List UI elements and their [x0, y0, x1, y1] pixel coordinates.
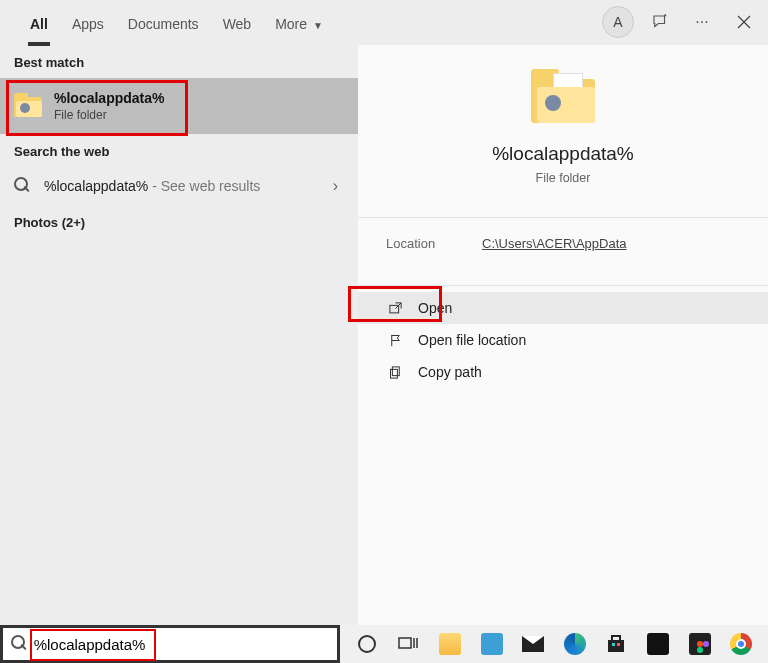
svg-rect-13 — [617, 643, 620, 646]
location-label: Location — [386, 236, 482, 251]
folder-icon-large — [531, 69, 595, 125]
search-input[interactable] — [34, 636, 331, 653]
chevron-right-icon: › — [333, 177, 344, 195]
tab-apps[interactable]: Apps — [60, 4, 116, 42]
store-icon[interactable] — [603, 631, 629, 657]
file-explorer-icon[interactable] — [437, 631, 463, 657]
best-match-result[interactable]: %localappdata% File folder — [0, 78, 358, 134]
tab-bar: All Apps Documents Web More ▼ A ··· — [0, 0, 768, 45]
open-icon — [386, 301, 404, 316]
tab-all[interactable]: All — [18, 4, 60, 42]
more-options-icon[interactable]: ··· — [686, 6, 718, 38]
chevron-down-icon: ▼ — [313, 20, 323, 31]
tab-more[interactable]: More ▼ — [263, 4, 335, 42]
chrome-icon[interactable] — [728, 631, 754, 657]
preview-subtitle: File folder — [368, 171, 758, 185]
close-icon[interactable] — [728, 6, 760, 38]
action-copy-path[interactable]: Copy path — [358, 356, 768, 388]
best-match-subtitle: File folder — [54, 108, 164, 122]
folder-icon — [14, 93, 42, 119]
action-copy-path-label: Copy path — [418, 364, 482, 380]
action-open-location[interactable]: Open file location — [358, 324, 768, 356]
action-open-location-label: Open file location — [418, 332, 526, 348]
search-bar[interactable] — [0, 625, 340, 663]
feedback-icon[interactable] — [644, 6, 676, 38]
svg-rect-5 — [390, 369, 397, 378]
edge-icon[interactable] — [562, 631, 588, 657]
taskbar — [340, 625, 768, 663]
photos-heading[interactable]: Photos (2+) — [0, 205, 358, 238]
search-web-heading: Search the web — [0, 134, 358, 167]
app-icon-dark[interactable] — [645, 631, 671, 657]
best-match-title: %localappdata% — [54, 90, 164, 106]
action-open[interactable]: Open — [358, 292, 768, 324]
mail-icon[interactable] — [520, 631, 546, 657]
svg-rect-4 — [392, 366, 399, 375]
svg-rect-11 — [612, 636, 620, 641]
web-result-query: %localappdata% — [44, 178, 148, 194]
tab-web[interactable]: Web — [211, 4, 264, 42]
app-icon[interactable] — [479, 631, 505, 657]
copy-icon — [386, 365, 404, 380]
svg-rect-6 — [399, 638, 411, 648]
figma-icon[interactable] — [687, 631, 713, 657]
svg-point-0 — [664, 14, 666, 16]
search-icon — [14, 177, 32, 195]
location-value[interactable]: C:\Users\ACER\AppData — [482, 236, 627, 251]
location-icon — [386, 333, 404, 348]
search-icon — [11, 635, 28, 653]
tab-documents[interactable]: Documents — [116, 4, 211, 42]
preview-title: %localappdata% — [368, 143, 758, 165]
results-panel: Best match %localappdata% File folder Se… — [0, 45, 358, 625]
avatar[interactable]: A — [602, 6, 634, 38]
svg-rect-12 — [612, 643, 615, 646]
preview-panel: %localappdata% File folder Location C:\U… — [358, 45, 768, 625]
action-open-label: Open — [418, 300, 452, 316]
web-result-suffix: - See web results — [148, 178, 260, 194]
web-result-row[interactable]: %localappdata% - See web results › — [0, 167, 358, 205]
task-view-icon[interactable] — [395, 631, 421, 657]
cortana-icon[interactable] — [354, 631, 380, 657]
best-match-heading: Best match — [0, 45, 358, 78]
